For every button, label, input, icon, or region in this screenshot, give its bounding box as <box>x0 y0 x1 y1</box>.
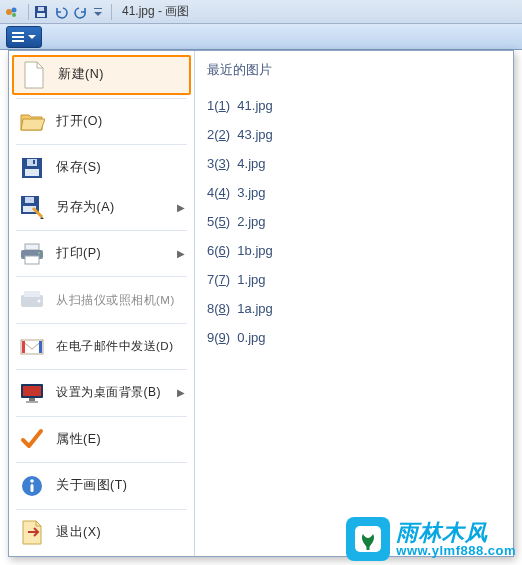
recent-file-item[interactable]: 2(2) 43.jpg <box>207 120 501 149</box>
svg-rect-30 <box>31 484 34 492</box>
menu-item-open[interactable]: 打开(O) <box>12 102 191 141</box>
save-as-icon <box>18 193 46 221</box>
divider <box>16 276 187 277</box>
separator <box>28 4 29 20</box>
info-icon <box>18 472 46 500</box>
chevron-right-icon: ▶ <box>177 202 185 213</box>
divider <box>16 98 187 99</box>
recent-file-item[interactable]: 1(1) 41.jpg <box>207 91 501 120</box>
file-menu-left-column: 新建(N) 打开(O) 保存(S) 另存为(A) ▶ <box>9 51 195 556</box>
divider <box>16 462 187 463</box>
chevron-right-icon: ▶ <box>177 387 185 398</box>
svg-point-2 <box>12 13 16 17</box>
menu-item-label: 打印(P) <box>56 245 101 262</box>
hamburger-icon <box>12 32 24 42</box>
svg-point-29 <box>30 479 34 483</box>
svg-rect-26 <box>29 398 35 401</box>
svg-rect-14 <box>25 244 39 250</box>
chevron-down-icon <box>28 35 36 39</box>
app-icon <box>4 4 20 20</box>
save-icon[interactable] <box>33 4 49 20</box>
divider <box>16 230 187 231</box>
menu-item-scanner[interactable]: 从扫描仪或照相机(M) <box>12 280 191 319</box>
watermark-text: 雨林木风 www.ylmf888.com <box>396 522 516 557</box>
recent-heading: 最近的图片 <box>207 61 501 79</box>
menu-item-about[interactable]: 关于画图(T) <box>12 466 191 505</box>
separator <box>111 4 112 20</box>
menu-item-label: 退出(X) <box>56 524 101 541</box>
watermark-logo-icon <box>346 517 390 561</box>
menu-item-save-as[interactable]: 另存为(A) ▶ <box>12 188 191 227</box>
svg-point-1 <box>12 7 17 12</box>
svg-rect-6 <box>94 8 102 9</box>
menu-item-label: 从扫描仪或照相机(M) <box>56 293 175 308</box>
svg-point-20 <box>38 300 41 303</box>
chevron-right-icon: ▶ <box>177 248 185 259</box>
svg-rect-5 <box>38 7 44 11</box>
menu-item-email[interactable]: 在电子邮件中发送(D) <box>12 327 191 366</box>
svg-rect-23 <box>39 341 42 353</box>
menu-item-save[interactable]: 保存(S) <box>12 148 191 187</box>
menu-item-exit[interactable]: 退出(X) <box>12 513 191 552</box>
recent-file-item[interactable]: 4(4) 3.jpg <box>207 178 501 207</box>
redo-icon[interactable] <box>73 4 89 20</box>
recent-file-item[interactable]: 8(8) 1a.jpg <box>207 294 501 323</box>
qat-dropdown-icon[interactable] <box>93 4 103 20</box>
print-icon <box>18 240 46 268</box>
svg-rect-13 <box>25 197 34 203</box>
title-bar: 41.jpg - 画图 <box>0 0 522 24</box>
svg-rect-4 <box>37 13 45 17</box>
svg-rect-25 <box>23 386 41 396</box>
ribbon-strip <box>0 24 522 50</box>
recent-file-item[interactable]: 6(6) 1b.jpg <box>207 236 501 265</box>
menu-item-properties[interactable]: 属性(E) <box>12 420 191 459</box>
svg-rect-9 <box>27 159 37 166</box>
file-menu-button[interactable] <box>6 26 42 48</box>
watermark-url: www.ylmf888.com <box>396 544 516 557</box>
menu-item-label: 在电子邮件中发送(D) <box>56 339 173 354</box>
file-menu-panel: 新建(N) 打开(O) 保存(S) 另存为(A) ▶ <box>8 50 514 557</box>
menu-item-label: 属性(E) <box>56 431 101 448</box>
svg-rect-16 <box>25 256 39 264</box>
svg-rect-10 <box>33 160 35 164</box>
exit-icon <box>18 518 46 546</box>
divider <box>16 416 187 417</box>
watermark-cn: 雨林木风 <box>396 522 488 544</box>
menu-item-print[interactable]: 打印(P) ▶ <box>12 234 191 273</box>
svg-rect-19 <box>24 291 40 297</box>
email-icon <box>18 333 46 361</box>
svg-rect-27 <box>26 401 38 403</box>
recent-file-item[interactable]: 3(3) 4.jpg <box>207 149 501 178</box>
divider <box>16 369 187 370</box>
menu-item-label: 保存(S) <box>56 159 101 176</box>
divider <box>16 323 187 324</box>
new-file-icon <box>20 61 48 89</box>
svg-point-0 <box>6 9 12 15</box>
recent-file-item[interactable]: 5(5) 2.jpg <box>207 207 501 236</box>
checkmark-icon <box>18 425 46 453</box>
svg-rect-32 <box>367 544 370 550</box>
desktop-icon <box>18 379 46 407</box>
recent-file-item[interactable]: 7(7) 1.jpg <box>207 265 501 294</box>
menu-item-label: 关于画图(T) <box>56 477 127 494</box>
recent-file-item[interactable]: 9(9) 0.jpg <box>207 323 501 352</box>
recent-list: 1(1) 41.jpg2(2) 43.jpg3(3) 4.jpg4(4) 3.j… <box>207 91 501 352</box>
save-icon <box>18 154 46 182</box>
svg-rect-22 <box>22 341 25 353</box>
divider <box>16 144 187 145</box>
menu-item-label: 设置为桌面背景(B) <box>56 384 161 401</box>
watermark: 雨林木风 www.ylmf888.com <box>346 517 516 561</box>
menu-item-label: 另存为(A) <box>56 199 115 216</box>
undo-icon[interactable] <box>53 4 69 20</box>
open-folder-icon <box>18 107 46 135</box>
recent-files-column: 最近的图片 1(1) 41.jpg2(2) 43.jpg3(3) 4.jpg4(… <box>195 51 513 556</box>
svg-rect-8 <box>25 169 39 176</box>
window-title: 41.jpg - 画图 <box>122 3 189 20</box>
scanner-icon <box>18 286 46 314</box>
menu-item-label: 打开(O) <box>56 113 103 130</box>
menu-item-desktop-bg[interactable]: 设置为桌面背景(B) ▶ <box>12 373 191 412</box>
divider <box>16 509 187 510</box>
menu-item-label: 新建(N) <box>58 66 104 83</box>
menu-item-new[interactable]: 新建(N) <box>12 55 191 95</box>
svg-point-17 <box>38 252 40 254</box>
